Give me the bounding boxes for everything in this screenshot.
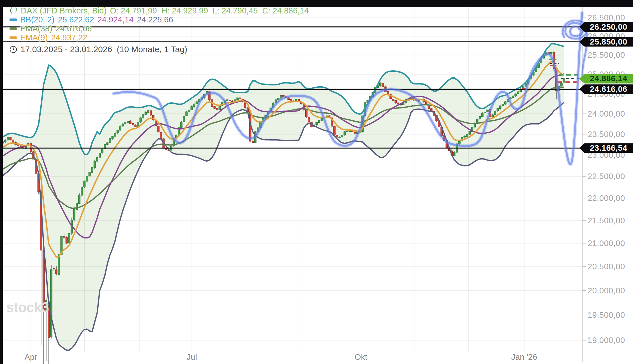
hline-price-tag: 26.250,00 xyxy=(579,22,633,32)
chart-window: stock3 DAX (JFD Brokers, Bid) O: 24.791,… xyxy=(0,0,633,364)
price-tick-label: 23.500,00 xyxy=(588,130,632,139)
legend-row-ema9[interactable]: EMA(9) 24.937,22 xyxy=(10,33,309,42)
month-label: Jul xyxy=(187,353,197,361)
bb-middle-value: 24.924,14 xyxy=(98,15,134,24)
price-tick-label: 26.500,00 xyxy=(588,13,632,22)
bb-label: BB(20, 2) xyxy=(20,15,55,24)
ema9-label: EMA(9) xyxy=(20,33,48,42)
legend-row-instrument[interactable]: DAX (JFD Brokers, Bid) O: 24.791,99 H: 2… xyxy=(10,6,309,15)
date-range-text: 17.03.2025 - 23.01.2026 (10 Monate, 1 Ta… xyxy=(20,45,187,54)
price-tick-label: 19.500,00 xyxy=(588,310,632,319)
legend-row-ema38[interactable]: EMA(38) 24.616,06 xyxy=(10,24,309,33)
current-price-tag: 24.886,14 xyxy=(579,73,633,84)
bb-swatch-icon xyxy=(10,18,17,21)
legend-row-daterange: 17.03.2025 - 23.01.2026 (10 Monate, 1 Ta… xyxy=(10,44,309,54)
left-edge-bar xyxy=(0,0,3,364)
stock3-watermark: stock3 xyxy=(6,299,49,316)
hline-price-tag: 25.850,00 xyxy=(579,36,633,47)
price-tick-label: 22.500,00 xyxy=(588,172,632,181)
price-tick-label: 24.000,00 xyxy=(588,109,632,118)
ema9-swatch-icon xyxy=(10,36,17,39)
ema38-swatch-icon xyxy=(10,27,17,30)
candlestick-icon xyxy=(10,7,17,15)
bb-lower-value: 24.225,66 xyxy=(137,15,173,24)
price-tick-label: 20.000,00 xyxy=(588,286,632,295)
month-label: Apr xyxy=(25,353,37,361)
hline-price-tag: 23.166,54 xyxy=(579,143,633,153)
bb-upper-value: 25.622,62 xyxy=(58,15,94,24)
chart-legend: DAX (JFD Brokers, Bid) O: 24.791,99 H: 2… xyxy=(10,6,309,54)
price-tick-label: 20.500,00 xyxy=(588,262,632,271)
instrument-name: DAX (JFD Brokers, Bid) xyxy=(21,6,107,15)
ohlc-values: O: 24.791,99 H: 24.929,99 L: 24.790,45 C… xyxy=(110,6,309,15)
price-tick-label: 21.000,00 xyxy=(588,239,632,248)
top-edge-bar xyxy=(0,0,633,7)
price-tick-label: 25.500,00 xyxy=(588,50,632,59)
ema9-value: 24.937,22 xyxy=(51,33,87,42)
price-tick-label: 19.000,00 xyxy=(588,336,632,345)
price-chart-canvas[interactable] xyxy=(0,0,633,364)
price-tick-label: 21.500,00 xyxy=(588,216,632,225)
ema38-value: 24.616,06 xyxy=(56,24,92,33)
price-tick-label: 22.000,00 xyxy=(588,194,632,203)
legend-row-bb[interactable]: BB(20, 2) 25.622,62 24.924,14 24.225,66 xyxy=(10,15,309,24)
hline-price-tag: 24.616,06 xyxy=(579,84,633,94)
month-label: Okt xyxy=(355,353,367,361)
clock-icon xyxy=(10,46,17,53)
ema38-label: EMA(38) xyxy=(20,24,52,33)
month-label: Jan '26 xyxy=(511,353,537,361)
